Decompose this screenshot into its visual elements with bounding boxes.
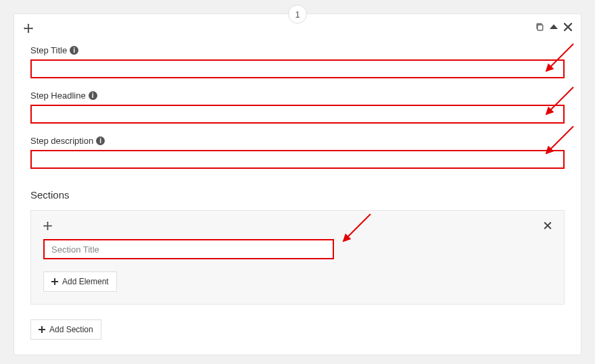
step-panel: 1 Step Title i	[14, 14, 581, 355]
info-icon[interactable]: i	[89, 91, 97, 100]
add-section-button[interactable]: Add Section	[30, 319, 101, 340]
step-title-label-text: Step Title	[30, 45, 67, 55]
plus-icon	[39, 326, 45, 333]
close-icon[interactable]	[563, 22, 573, 32]
step-headline-label-text: Step Headline	[30, 90, 86, 101]
step-headline-label: Step Headline i	[30, 90, 565, 101]
move-icon[interactable]	[43, 222, 52, 230]
close-icon[interactable]	[544, 222, 552, 230]
move-icon[interactable]	[24, 24, 33, 33]
add-element-button[interactable]: Add Element	[43, 271, 117, 292]
svg-rect-0	[538, 25, 543, 30]
info-icon[interactable]: i	[96, 136, 105, 145]
duplicate-icon[interactable]	[535, 22, 544, 32]
info-icon[interactable]: i	[70, 46, 78, 55]
step-title-input[interactable]	[30, 59, 565, 78]
step-title-label: Step Title i	[30, 45, 565, 55]
step-description-input[interactable]	[30, 150, 565, 169]
section-item: Add Element	[30, 210, 565, 305]
add-element-label: Add Element	[62, 277, 109, 286]
section-title-input[interactable]	[43, 239, 334, 259]
step-headline-input[interactable]	[30, 105, 565, 124]
plus-icon	[51, 278, 58, 285]
sections-heading: Sections	[30, 189, 565, 201]
step-description-label-text: Step description	[30, 136, 93, 146]
collapse-icon[interactable]	[550, 24, 558, 30]
add-section-label: Add Section	[49, 325, 93, 334]
step-description-label: Step description i	[30, 136, 565, 146]
